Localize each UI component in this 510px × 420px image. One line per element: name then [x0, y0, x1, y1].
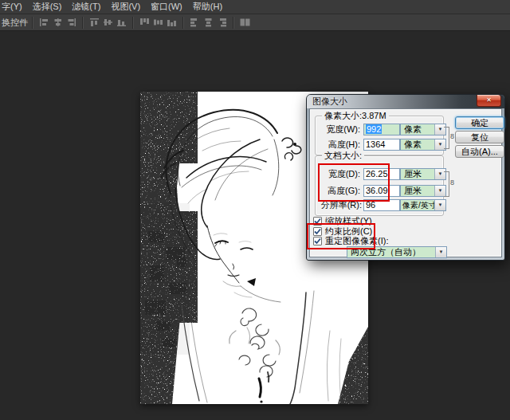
pixel-height-unit-select[interactable]: 像素 ▼ — [400, 139, 446, 151]
dialog-title-bar[interactable]: 图像大小 ✕ — [307, 95, 504, 108]
checkbox-checked-icon — [313, 217, 322, 226]
distribute-left-edges-icon[interactable] — [189, 17, 201, 28]
menu-item-window[interactable]: 窗口(W) — [151, 1, 182, 13]
document-size-group-label: 文档大小: — [322, 151, 364, 160]
pixel-size-group: 像素大小:3.87M 宽度(W): 992 像素 ▼ 高度(H): 1364 像… — [315, 116, 444, 155]
menu-item-help[interactable]: 帮助(H) — [193, 1, 222, 13]
menu-item-view[interactable]: 视图(V) — [111, 1, 140, 13]
pixel-height-input[interactable]: 1364 — [363, 139, 400, 151]
pixel-width-unit-select[interactable]: 像素 ▼ — [400, 124, 446, 135]
doc-chain-link-icon: 8 — [450, 179, 454, 186]
doc-height-unit-select[interactable]: 厘米 ▼ — [400, 185, 446, 197]
reset-button[interactable]: 复位 — [455, 131, 504, 143]
menu-item-filter[interactable]: 滤镜(T) — [72, 1, 100, 13]
align-vertical-centers-icon[interactable] — [102, 17, 114, 28]
options-bar: 换控件 — [0, 14, 510, 31]
options-bar-separator — [132, 17, 134, 29]
pixel-link-bracket — [444, 127, 449, 149]
transform-controls-label[interactable]: 换控件 — [2, 17, 28, 29]
ok-button[interactable]: 确定 — [455, 116, 504, 129]
doc-width-unit-select[interactable]: 厘米 ▼ — [400, 168, 446, 180]
image-size-dialog: 图像大小 ✕ 像素大小:3.87M 宽度(W): 992 像素 ▼ 高度(H):… — [306, 94, 505, 261]
chevron-down-icon: ▼ — [434, 200, 445, 210]
checkbox-checked-icon — [313, 237, 322, 245]
distribute-vertical-centers-icon[interactable] — [152, 17, 164, 28]
pixel-size-group-label: 像素大小:3.87M — [322, 111, 389, 120]
align-left-edges-icon[interactable] — [38, 17, 50, 28]
options-bar-separator — [32, 17, 33, 29]
close-button[interactable]: ✕ — [477, 95, 501, 107]
resolution-unit-select[interactable]: 像素/英寸 ▼ — [400, 199, 446, 211]
doc-width-label: 宽度(D): — [316, 168, 360, 180]
pixel-chain-link-icon: 8 — [450, 133, 454, 140]
menu-item-type[interactable]: 字(Y) — [2, 1, 22, 13]
checkbox-checked-icon — [313, 227, 322, 236]
auto-button[interactable]: 自动(A)... — [455, 145, 504, 158]
options-bar-separator — [233, 17, 234, 29]
align-top-edges-icon[interactable] — [88, 17, 100, 28]
resample-image-checkbox[interactable]: 重定图像像素(I): — [313, 236, 388, 246]
pixel-width-label: 宽度(W): — [316, 124, 360, 135]
dialog-client: 像素大小:3.87M 宽度(W): 992 像素 ▼ 高度(H): 1364 像… — [309, 108, 502, 257]
menu-item-select[interactable]: 选择(S) — [33, 1, 62, 13]
resolution-input[interactable]: 96 — [363, 199, 400, 211]
distribute-bottom-edges-icon[interactable] — [166, 17, 178, 28]
align-right-edges-icon[interactable] — [65, 17, 77, 28]
distribute-horizontal-centers-icon[interactable] — [202, 17, 214, 28]
auto-align-layers-icon[interactable] — [239, 17, 251, 28]
options-bar-separator — [182, 17, 184, 29]
distribute-right-edges-icon[interactable] — [216, 17, 228, 28]
align-horizontal-centers-icon[interactable] — [52, 17, 64, 28]
align-bottom-edges-icon[interactable] — [116, 17, 128, 28]
doc-link-bracket — [444, 171, 449, 197]
menu-bar: 字(Y) 选择(S) 滤镜(T) 视图(V) 窗口(W) 帮助(H) — [0, 0, 510, 14]
doc-height-label: 高度(G): — [316, 185, 360, 197]
document-size-group: 文档大小: 宽度(D): 26.25 厘米 ▼ 高度(G): 36.09 厘米 … — [315, 155, 444, 216]
dialog-title: 图像大小 — [307, 96, 347, 108]
resolution-label: 分辨率(R): — [316, 199, 362, 211]
doc-height-input[interactable]: 36.09 — [363, 185, 400, 197]
pixel-height-label: 高度(H): — [316, 139, 360, 151]
doc-width-input[interactable]: 26.25 — [363, 168, 400, 180]
options-bar-separator — [82, 17, 84, 29]
resample-method-select[interactable]: 两次立方（自动） ▼ — [347, 246, 447, 258]
chevron-down-icon: ▼ — [435, 247, 446, 257]
pixel-width-input[interactable]: 992 — [363, 124, 400, 135]
distribute-top-edges-icon[interactable] — [139, 17, 151, 28]
close-icon: ✕ — [486, 97, 492, 104]
